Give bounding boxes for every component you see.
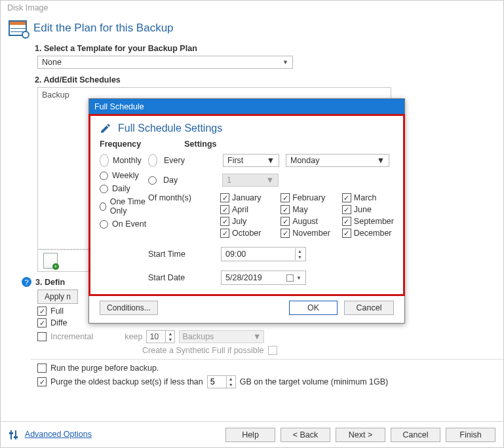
cancel-button[interactable]: Cancel: [391, 428, 440, 442]
freq-radio-daily[interactable]: [100, 185, 108, 193]
start-date-label: Start Date: [148, 273, 210, 282]
sliders-icon: [9, 430, 19, 440]
step1-label: 1. Select a Template for your Backup Pla…: [35, 44, 497, 53]
purge-oldest-label: Purge the oldest backup set(s) if less t…: [50, 377, 203, 386]
diff-checkbox[interactable]: [37, 318, 47, 327]
day-number-dropdown: 1▼: [222, 174, 279, 187]
every-label: Every: [164, 156, 216, 165]
weekday-dropdown[interactable]: Monday▼: [286, 154, 389, 167]
template-value: None: [42, 58, 62, 67]
month-feb-checkbox[interactable]: [281, 193, 290, 202]
calendar-picker-icon[interactable]: [286, 274, 294, 282]
months-grid: January February March April May June Ju…: [220, 193, 394, 238]
day-radio[interactable]: [148, 176, 157, 185]
apply-button[interactable]: Apply n: [37, 289, 78, 304]
finish-button[interactable]: Finish: [446, 428, 495, 442]
month-sep-checkbox[interactable]: [342, 217, 351, 226]
ordinal-dropdown[interactable]: First▼: [223, 154, 279, 167]
step2-label: 2. Add/Edit Schedules: [35, 75, 497, 84]
purge-gb-input[interactable]: ▲▼: [207, 375, 236, 388]
add-schedule-button[interactable]: +: [43, 253, 58, 269]
month-jul-checkbox[interactable]: [220, 217, 229, 226]
advanced-options-link[interactable]: Advanced Options: [25, 430, 92, 439]
month-oct-checkbox[interactable]: [220, 229, 229, 238]
chevron-down-icon: ▼: [282, 59, 288, 65]
help-icon[interactable]: ?: [22, 277, 31, 287]
conditions-button[interactable]: Conditions...: [100, 301, 158, 315]
purge-before-checkbox[interactable]: [37, 364, 47, 373]
month-mar-checkbox[interactable]: [342, 193, 351, 202]
page-title: Edit the Plan for this Backup: [33, 22, 174, 35]
dialog-heading: Full Schedule Settings: [118, 122, 222, 134]
template-dropdown[interactable]: None ▼: [37, 56, 293, 69]
incremental-checkbox[interactable]: [37, 332, 47, 341]
diff-label: Diffe: [50, 318, 67, 327]
schedule-dialog: Full Schedule Full Schedule Settings Fre…: [88, 98, 405, 324]
incremental-label: Incremental: [50, 332, 93, 341]
pencil-icon: [100, 122, 111, 134]
dialog-cancel-button[interactable]: Cancel: [344, 301, 394, 315]
purge-oldest-checkbox[interactable]: [37, 377, 47, 386]
month-jun-checkbox[interactable]: [342, 205, 351, 214]
keep-unit-dropdown[interactable]: Backups▼: [179, 330, 264, 343]
freq-radio-onetime[interactable]: [100, 202, 106, 211]
step3-label: 3. Defin: [35, 278, 65, 287]
start-time-label: Start Time: [148, 250, 210, 259]
next-button[interactable]: Next >: [336, 428, 385, 442]
keep-count-input[interactable]: ▲▼: [146, 330, 175, 343]
purge-before-label: Run the purge before backup.: [50, 364, 159, 373]
window-title: Disk Image: [1, 1, 503, 15]
calendar-icon: [9, 19, 28, 37]
settings-header: Settings: [184, 140, 216, 149]
freq-radio-onevent[interactable]: [100, 220, 108, 229]
month-nov-checkbox[interactable]: [281, 229, 290, 238]
month-may-checkbox[interactable]: [281, 205, 290, 214]
start-time-input[interactable]: 09:00▲▼: [221, 247, 306, 261]
month-aug-checkbox[interactable]: [281, 217, 290, 226]
every-radio[interactable]: [148, 154, 157, 167]
freq-radio-weekly[interactable]: [100, 172, 108, 180]
app-window: Disk Image Edit the Plan for this Backup…: [0, 0, 504, 448]
dialog-title: Full Schedule: [89, 99, 404, 115]
synthetic-label: Create a Synthetic Full if possible: [142, 346, 264, 355]
month-apr-checkbox[interactable]: [220, 205, 229, 214]
of-months-label: Of month(s): [148, 193, 214, 202]
synthetic-checkbox[interactable]: [268, 346, 277, 355]
ok-button[interactable]: OK: [289, 301, 338, 315]
day-label: Day: [163, 176, 216, 185]
freq-radio-monthly[interactable]: [100, 154, 109, 167]
back-button[interactable]: < Back: [281, 428, 330, 442]
list-item: Backup: [42, 90, 69, 100]
keep-label: keep: [125, 332, 142, 341]
month-jan-checkbox[interactable]: [220, 193, 229, 202]
frequency-group: Monthly Weekly Daily One Time Only On Ev…: [100, 154, 148, 285]
purge-gb-suffix: GB on the target volume (minimum 1GB): [240, 377, 388, 386]
month-dec-checkbox[interactable]: [342, 229, 351, 238]
full-checkbox[interactable]: [37, 307, 47, 316]
help-button[interactable]: Help: [225, 428, 275, 442]
full-label: Full: [50, 307, 64, 316]
frequency-header: Frequency: [100, 140, 141, 149]
start-date-input[interactable]: 5/28/2019▼: [221, 271, 306, 285]
